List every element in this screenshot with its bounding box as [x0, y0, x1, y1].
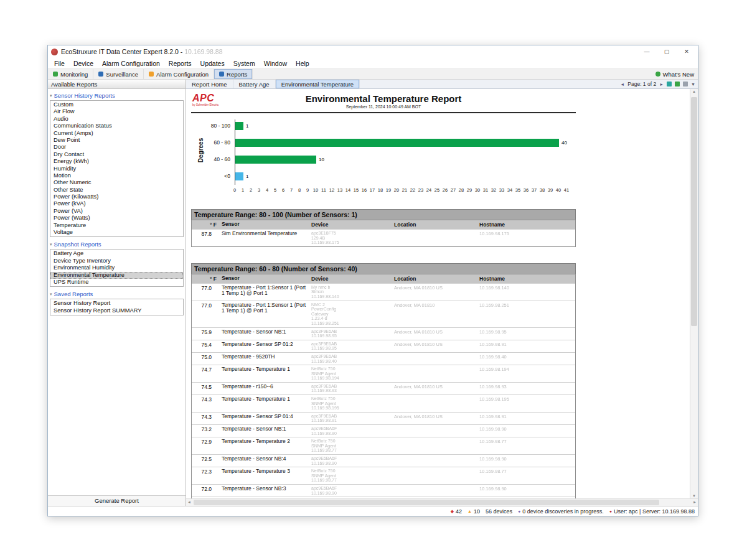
device-line: apc3F9E6AB — [311, 342, 389, 347]
vertical-scrollbar[interactable]: ▲ ▼ — [690, 89, 698, 498]
sidebar-item[interactable]: Audio — [50, 116, 183, 123]
sidebar-item[interactable]: Power (kVA) — [50, 200, 183, 207]
sidebar-item[interactable]: Device Type Inventory — [50, 258, 183, 264]
horizontal-scroll-thumb[interactable] — [194, 500, 659, 505]
sidebar-item[interactable]: Dry Contact — [50, 151, 183, 158]
view-menu-caret-icon[interactable]: ▼ — [691, 82, 695, 86]
perspective-tab-alarm-configuration[interactable]: Alarm Configuration — [144, 69, 214, 79]
column-header: Hostname — [477, 220, 576, 229]
sidebar-item[interactable]: Other State — [50, 187, 183, 194]
scroll-right-icon[interactable]: ► — [693, 500, 697, 504]
tab-battery-age[interactable]: Battery Age — [233, 80, 276, 88]
prev-page-button[interactable]: ◄ — [620, 82, 624, 86]
cell-temperature: 77.0 — [192, 284, 219, 301]
sidebar-item[interactable]: Humidity — [50, 166, 183, 172]
sidebar-item[interactable]: Voltage — [50, 229, 183, 236]
sidebar-item[interactable]: UPS Runtime — [50, 279, 183, 286]
perspective-tab-surveillance[interactable]: Surveillance — [93, 69, 144, 79]
menu-item-file[interactable]: File — [50, 58, 69, 68]
cell-location — [392, 455, 477, 467]
tab-environmental-temperature[interactable]: Environmental Temperature — [276, 80, 360, 88]
cell-temperature: 72.5 — [192, 455, 219, 467]
sidebar-item[interactable]: Environmental Humidity — [50, 264, 183, 271]
cell-temperature: 72.0 — [192, 485, 219, 497]
sidebar-item[interactable]: Communication Status — [50, 123, 183, 129]
menu-item-help[interactable]: Help — [291, 58, 314, 68]
section-title[interactable]: ▾Snapshot Reports — [49, 240, 184, 249]
device-line: apc3F9E6AB — [311, 384, 389, 389]
perspective-tab-reports[interactable]: Reports — [214, 69, 253, 79]
chart-x-tick-label: 14 — [345, 187, 350, 193]
chart-x-tick-label: 33 — [499, 187, 504, 193]
menu-item-updates[interactable]: Updates — [196, 58, 229, 68]
sidebar-item[interactable]: Power (Kilowatts) — [50, 194, 183, 200]
tab-report-home[interactable]: Report Home — [186, 80, 233, 88]
chart-category-label: 80 - 100 — [211, 122, 230, 130]
sidebar-item[interactable]: Motion — [50, 172, 183, 179]
sidebar-item[interactable]: Dew Point — [50, 137, 183, 144]
sidebar-item[interactable]: Air Flow — [50, 108, 183, 115]
apc-logo: APC by Schneider Electric — [192, 93, 218, 107]
sidebar-item[interactable]: Temperature — [50, 222, 183, 229]
perspective-tab-monitoring[interactable]: Monitoring — [48, 69, 93, 79]
section-title[interactable]: ▾Sensor History Reports — [49, 91, 184, 100]
menu-item-window[interactable]: Window — [260, 58, 291, 68]
chart-x-tick-label: 28 — [459, 187, 464, 193]
sidebar-item[interactable]: Current (Amps) — [50, 130, 183, 137]
menu-item-device[interactable]: Device — [69, 58, 98, 68]
horizontal-scrollbar[interactable]: ◄ ► — [186, 498, 698, 506]
scroll-up-icon[interactable]: ▲ — [690, 90, 698, 93]
status-text: 0 device discoveries in progress. — [522, 508, 604, 515]
cell-device: NetBotz 750SNMP Agent10.169.98.77 — [309, 437, 392, 454]
sidebar-item[interactable]: Sensor History Report SUMMARY — [50, 307, 183, 314]
device-line: 10.169.98.95 — [311, 334, 389, 338]
cell-sensor: Temperature - 9520TH — [219, 353, 309, 365]
device-line: 10.169.98.195 — [311, 406, 389, 411]
menu-item-reports[interactable]: Reports — [164, 58, 196, 68]
cell-hostname: 10.169.98.77 — [477, 467, 576, 484]
section-title[interactable]: ▾Saved Reports — [49, 289, 184, 299]
chart-x-tick-label: 37 — [532, 187, 537, 193]
sidebar-item[interactable]: Energy (kWh) — [50, 158, 183, 165]
chart-x-tick-label: 17 — [370, 187, 375, 193]
available-reports-panel: Available Reports ▾Sensor History Report… — [48, 80, 186, 506]
perspective-label: Reports — [227, 71, 247, 78]
cell-temperature: 74.5 — [192, 383, 219, 394]
device-line: 10.169.98.90 — [311, 431, 389, 436]
sidebar-item[interactable]: Other Numeric — [50, 179, 183, 186]
sidebar-item[interactable]: Power (VA) — [50, 208, 183, 215]
close-button[interactable]: ✕ — [677, 46, 697, 57]
device-line: 10.169.98.95 — [311, 346, 389, 351]
status-segment: ▲10 — [467, 508, 480, 515]
cell-location: Andover, MA 01810 US — [392, 340, 477, 352]
generate-report-button[interactable]: Generate Report — [48, 495, 186, 506]
column-header: Device — [309, 220, 392, 229]
sidebar-item[interactable]: Custom — [50, 101, 183, 108]
chart-x-tick-label: 4 — [266, 187, 268, 193]
maximize-button[interactable]: ▢ — [657, 46, 677, 57]
chart-x-tick-label: 9 — [306, 187, 309, 193]
export-pdf-icon[interactable] — [675, 82, 680, 86]
sidebar-item[interactable]: Door — [50, 144, 183, 151]
export-csv-icon[interactable] — [667, 82, 672, 86]
scroll-down-icon[interactable]: ▼ — [690, 494, 698, 498]
cell-device: NMC 2PowerConfigGateway1.23.4-810.169.98… — [309, 301, 392, 327]
chart-bar-value: 1 — [246, 172, 248, 180]
report-list: Battery AgeDevice Type InventoryEnvironm… — [50, 249, 184, 287]
sidebar-item[interactable]: Battery Age — [50, 250, 183, 257]
vertical-scroll-thumb[interactable] — [691, 97, 697, 326]
chart-x-tick-label: 24 — [426, 187, 431, 193]
minimize-button[interactable]: — — [637, 46, 657, 57]
whats-new-link[interactable]: What's New — [652, 69, 698, 79]
next-page-button[interactable]: ► — [659, 82, 664, 86]
cell-sensor: Temperature - Sensor NB:1 — [219, 328, 309, 340]
scroll-left-icon[interactable]: ◄ — [187, 500, 191, 504]
menu-item-alarm-configuration[interactable]: Alarm Configuration — [98, 58, 164, 68]
device-line: apc3F9E6AB — [311, 414, 389, 419]
sidebar-item[interactable]: Environmental Temperature — [50, 272, 183, 279]
print-icon[interactable] — [683, 82, 688, 86]
sidebar-item[interactable]: Power (Watts) — [50, 215, 183, 222]
menu-item-system[interactable]: System — [229, 58, 260, 68]
sidebar-item[interactable]: Sensor History Report — [50, 300, 183, 307]
title-bar: EcoStruxure IT Data Center Expert 8.2.0 … — [48, 45, 698, 58]
